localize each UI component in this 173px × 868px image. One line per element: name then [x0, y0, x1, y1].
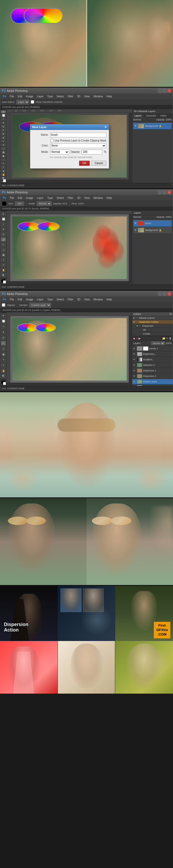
- tool-wand-3[interactable]: ✦: [1, 330, 6, 335]
- transform-controls-check[interactable]: [31, 100, 34, 104]
- menu-ps-2[interactable]: Ps: [1, 196, 8, 200]
- tool-move[interactable]: ✛: [1, 110, 6, 113]
- tab-layers-1[interactable]: Layers: [132, 114, 144, 118]
- minimize-button-1[interactable]: –: [158, 89, 162, 93]
- menu-layer-3[interactable]: Layer: [35, 298, 45, 302]
- tool-text[interactable]: T: [1, 166, 6, 169]
- menu-type-2[interactable]: Type: [45, 196, 55, 200]
- tool-lasso[interactable]: ⌇: [1, 118, 6, 121]
- tool-text-3[interactable]: T: [1, 363, 6, 368]
- tool-zoom-2[interactable]: 🔍: [1, 273, 6, 278]
- clip-mask-check[interactable]: [50, 139, 54, 142]
- tool-wand[interactable]: ✦: [1, 121, 6, 124]
- menu-view-2[interactable]: View: [82, 196, 92, 200]
- menu-file-1[interactable]: File: [8, 94, 15, 98]
- menu-edit-3[interactable]: Edit: [16, 298, 24, 302]
- layer-row-background[interactable]: 👁 Background 🔒: [133, 123, 172, 129]
- layer-selection2[interactable]: 👁 Selection 2: [132, 363, 173, 368]
- sample-select[interactable]: Current Layer: [29, 303, 51, 308]
- tool-brush[interactable]: 🖌: [1, 136, 6, 139]
- tool-clone-stamp[interactable]: ✂: [1, 341, 6, 346]
- ps-scrollbar-h-1[interactable]: [7, 180, 132, 183]
- menu-3d-1[interactable]: 3D: [75, 94, 82, 98]
- tool-crop-2[interactable]: ⊡: [1, 232, 6, 237]
- menu-window-1[interactable]: Window: [92, 94, 104, 98]
- layer-brightness[interactable]: 👁 Brightness...: [132, 351, 173, 357]
- tool-gradient-3[interactable]: ▦: [1, 352, 6, 357]
- tool-zoom-3[interactable]: 🔍: [1, 374, 6, 379]
- menu-ps-1[interactable]: Ps: [1, 94, 8, 98]
- menu-ps-3[interactable]: Ps: [1, 298, 8, 302]
- layer-dispersion1[interactable]: 👁 Dispersion 1: [132, 368, 173, 373]
- tool-eyedrop[interactable]: ✏: [1, 129, 6, 132]
- tool-hand-3[interactable]: ✋: [1, 368, 6, 373]
- dialog-cancel-button[interactable]: Cancel: [91, 161, 106, 166]
- menu-layer-1[interactable]: Layer: [35, 94, 45, 98]
- layer-dispersion2[interactable]: 👁 Dispersion 2: [132, 373, 173, 379]
- tool-eraser-2[interactable]: ◻: [1, 248, 6, 252]
- ps-scrollbar-h-3[interactable]: [7, 383, 132, 386]
- menu-file-3[interactable]: File: [8, 298, 15, 302]
- tool-move-3[interactable]: ✛: [1, 313, 6, 318]
- menu-3d-2[interactable]: 3D: [75, 196, 82, 200]
- brush-size-input[interactable]: [15, 202, 24, 206]
- tool-hand-2[interactable]: ✋: [1, 268, 6, 272]
- menu-layer-2[interactable]: Layer: [35, 196, 45, 200]
- action-new-set-btn[interactable]: 📁: [162, 337, 165, 340]
- ps-scrollbar-v-1[interactable]: [129, 113, 132, 180]
- menu-image-1[interactable]: Image: [25, 94, 35, 98]
- layer-bg-row-2[interactable]: 👁 Background 🔒: [133, 227, 172, 233]
- layer-gradient[interactable]: 👁 Gradient...: [132, 357, 173, 363]
- action-play-btn[interactable]: ▶: [139, 337, 141, 340]
- menu-window-2[interactable]: Window: [92, 196, 104, 200]
- ps-scrollbar-v-2[interactable]: [129, 214, 132, 281]
- menu-filter-1[interactable]: Filter: [66, 94, 75, 98]
- layer-name-input[interactable]: [50, 132, 106, 137]
- tool-eraser[interactable]: ◻: [1, 147, 6, 150]
- menu-image-2[interactable]: Image: [25, 196, 35, 200]
- menu-3d-3[interactable]: 3D: [75, 298, 82, 302]
- close-button-1[interactable]: ✕: [168, 89, 171, 93]
- tool-shape[interactable]: ◈: [1, 169, 6, 173]
- brush-preset-icon[interactable]: [2, 201, 7, 206]
- tool-pen-3[interactable]: ⌖: [1, 357, 6, 362]
- maximize-button-1[interactable]: □: [163, 89, 166, 93]
- tool-select-rect[interactable]: ⬜: [1, 114, 6, 117]
- dialog-close-icon[interactable]: ✕: [104, 125, 107, 129]
- maximize-button-2[interactable]: □: [163, 190, 166, 194]
- action-step-create[interactable]: Create: [139, 332, 173, 336]
- menu-filter-3[interactable]: Filter: [66, 298, 75, 302]
- tool-blur[interactable]: ◉: [1, 154, 6, 158]
- opacity-input[interactable]: [82, 150, 102, 154]
- menu-select-2[interactable]: Select: [55, 196, 66, 200]
- menu-select-1[interactable]: Select: [55, 94, 66, 98]
- tool-lasso-2[interactable]: ⌇: [1, 222, 6, 226]
- tool-heal[interactable]: ⊕: [1, 132, 6, 135]
- aligned-check[interactable]: [2, 303, 5, 307]
- menu-help-2[interactable]: Help: [105, 196, 113, 200]
- tool-select-3[interactable]: ⬜: [1, 319, 6, 324]
- maximize-button-3[interactable]: □: [163, 292, 166, 296]
- layer-color-select[interactable]: None: [50, 143, 106, 148]
- action-stop-btn[interactable]: ■: [133, 337, 135, 340]
- tool-brush-2[interactable]: 🖌: [1, 237, 6, 242]
- tool-text-2[interactable]: T: [1, 263, 6, 267]
- action-record-btn[interactable]: ●: [136, 337, 138, 340]
- close-button-3[interactable]: ✕: [168, 292, 171, 296]
- tool-crop-3[interactable]: ⊡: [1, 335, 6, 340]
- tool-gradient-2[interactable]: ▦: [1, 252, 6, 257]
- auto-select-dropdown[interactable]: Layer: [16, 100, 29, 104]
- action-dispersion[interactable]: ✓ Dispersion: [135, 324, 173, 328]
- tool-pen[interactable]: ⌖: [1, 162, 6, 165]
- menu-help-1[interactable]: Help: [105, 94, 113, 98]
- actions-menu-icon[interactable]: ☰: [170, 313, 172, 315]
- layer-mode-select[interactable]: Normal: [50, 150, 69, 154]
- tool-eraser-3[interactable]: ◻: [1, 346, 6, 351]
- tool-pen-2[interactable]: ⌖: [1, 258, 6, 262]
- tool-move-2[interactable]: ✛: [1, 212, 6, 216]
- menu-window-3[interactable]: Window: [92, 298, 104, 302]
- ps-scrollbar-v-3[interactable]: [129, 316, 132, 383]
- tool-gradient[interactable]: ▦: [1, 151, 6, 154]
- layer-brush-row[interactable]: 👁 brush: [133, 220, 172, 226]
- menu-type-3[interactable]: Type: [45, 298, 55, 302]
